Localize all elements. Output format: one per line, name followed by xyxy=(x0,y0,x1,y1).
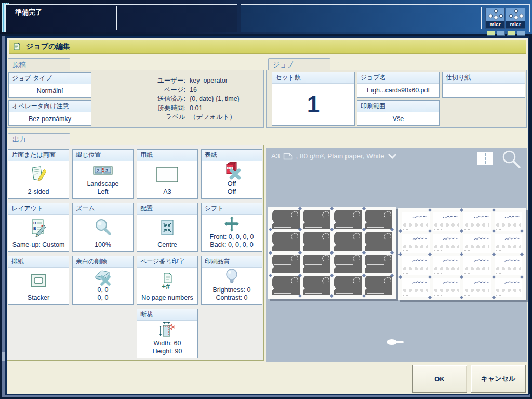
zoom-tile[interactable]: ズーム 100% xyxy=(72,203,134,252)
tab-job[interactable]: ジョブ xyxy=(268,58,330,70)
print-quality-icon xyxy=(202,268,262,286)
print-range-tile[interactable]: 印刷範囲 Vše xyxy=(357,100,440,126)
dialog-title: ジョブの編集 xyxy=(26,42,70,51)
output-location-tile[interactable]: 排紙 Stacker xyxy=(8,256,69,305)
tile-label: 断裁 xyxy=(137,309,197,321)
tile-label: 印刷範囲 xyxy=(357,101,439,112)
zoom-icon xyxy=(73,215,133,241)
preview-pane: A3 , 80 g/m², Plain paper, White xyxy=(266,148,527,362)
tile-label: オペレータ向け注意 xyxy=(9,101,91,112)
job-name-tile[interactable]: ジョブ名 Eigh...cards90x60.pdf xyxy=(357,72,440,98)
status-box-divider xyxy=(116,6,117,30)
micr-level-chips xyxy=(487,31,505,36)
top-status-bar: 準備完了 micr micr xyxy=(0,0,532,34)
cover-off-icon xyxy=(202,161,262,180)
preview-page-front xyxy=(268,207,396,299)
micr-indicator: micr xyxy=(485,8,505,28)
tile-label: ジョブ名 xyxy=(357,72,439,84)
spread-view-icon[interactable] xyxy=(477,152,493,165)
svg-text:+#: +# xyxy=(162,282,170,290)
set-count-value: 1 xyxy=(307,93,320,116)
tile-label: ズーム xyxy=(73,203,133,215)
job-info-block: ユーザー:key_operator ページ:16 送信済み:{0, date} … xyxy=(140,76,262,122)
preview-page-back xyxy=(398,208,526,300)
svg-text:B: B xyxy=(33,226,36,231)
tile-value: Bez poznámky xyxy=(9,112,91,125)
tile-label: ページ番号印字 xyxy=(137,256,197,268)
info-label: ラベル xyxy=(140,113,185,122)
queue-box-divider xyxy=(481,7,482,29)
page-numbers-tile[interactable]: ページ番号印字 +# No page numbers xyxy=(137,256,198,305)
tile-label: 配置 xyxy=(137,203,197,215)
media-paper-icon xyxy=(283,153,293,160)
duplex-tile[interactable]: 片面または両面 2-sided xyxy=(8,149,69,199)
two-sided-icon xyxy=(8,161,69,188)
info-value: {0, date} {1, time} xyxy=(190,95,240,104)
erase-margins-icon xyxy=(73,268,133,286)
edit-job-dialog: ジョブの編集 原稿 ジョブ タイプ Normální オペレータ向け注意 Bez… xyxy=(5,36,529,395)
trim-tile[interactable]: 断裁 Width: 60Height: 90 xyxy=(137,309,198,358)
tab-output[interactable]: 出力 xyxy=(8,133,70,145)
svg-text:3: 3 xyxy=(105,168,108,174)
set-count-tile[interactable]: セット数 1 xyxy=(272,72,355,126)
centre-icon xyxy=(137,215,197,241)
micr-indicator: micr xyxy=(506,8,525,28)
tile-label: 用紙 xyxy=(137,150,197,161)
media-text: A3 xyxy=(271,152,280,160)
info-label: ユーザー: xyxy=(140,76,185,86)
info-value: key_operator xyxy=(190,76,228,86)
cover-tile[interactable]: 表紙 OffOff xyxy=(201,149,262,199)
stacker-icon xyxy=(8,268,69,294)
chevron-down-icon xyxy=(388,153,397,159)
cancel-button[interactable]: キャンセル xyxy=(471,365,526,393)
micr-label: micr xyxy=(485,21,505,29)
printer-status-text: 準備完了 xyxy=(15,8,42,17)
tile-label: 仕切り紙 xyxy=(443,72,525,84)
tile-label: 表紙 xyxy=(202,150,262,161)
micr-toner-icon xyxy=(506,8,525,21)
tile-label: ジョブ タイプ xyxy=(9,73,91,84)
separator-sheet-tile[interactable]: 仕切り紙 xyxy=(442,72,525,98)
status-box: 準備完了 xyxy=(5,4,237,32)
job-type-tile[interactable]: ジョブ タイプ Normální xyxy=(8,72,91,98)
shift-tile[interactable]: シフト Front: 0, 0, 0, 0Back: 0, 0, 0, 0 xyxy=(201,203,262,252)
edit-job-icon xyxy=(13,42,22,51)
trim-icon xyxy=(137,321,197,340)
layout-tile[interactable]: レイアウト B B Same-up: Custom xyxy=(8,203,69,252)
operator-note-tile[interactable]: オペレータ向け注意 Bez poznámky xyxy=(8,100,91,126)
job-panel: セット数 1 ジョブ名 Eigh...cards90x60.pdf 印刷範囲 V… xyxy=(266,70,527,128)
tile-value: Normální xyxy=(9,84,91,97)
pan-handle-icon[interactable] xyxy=(387,339,397,345)
ok-button[interactable]: OK xyxy=(412,365,467,393)
preview-zoom-icon[interactable] xyxy=(501,149,522,170)
queue-box: micr micr xyxy=(241,4,530,32)
paper-tile[interactable]: 用紙 A3 xyxy=(137,149,198,199)
page-numbers-icon: +# xyxy=(137,268,197,294)
original-panel: ジョブ タイプ Normální オペレータ向け注意 Bez poznámky … xyxy=(7,70,264,128)
binding-position-icon: 2 3 xyxy=(73,161,133,180)
binding-position-tile[interactable]: 綴じ位置 2 3 LandscapeLeft xyxy=(72,149,134,199)
media-dropdown[interactable]: A3 , 80 g/m², Plain paper, White xyxy=(271,152,397,160)
tile-label: 排紙 xyxy=(8,256,69,268)
tile-value xyxy=(443,84,525,97)
tile-label: セット数 xyxy=(272,72,354,84)
info-label: 送信済み: xyxy=(140,95,185,104)
tab-original[interactable]: 原稿 xyxy=(8,58,70,70)
tile-value: Eigh...cards90x60.pdf xyxy=(357,84,439,97)
tile-label: 印刷品質 xyxy=(202,256,262,268)
output-panel: 片面または両面 2-sided 綴じ位置 xyxy=(7,145,264,361)
tile-label: レイアウト xyxy=(8,203,69,215)
dialog-frame-edge xyxy=(2,36,5,397)
svg-text:B: B xyxy=(33,221,36,225)
info-value: （デフォルト） xyxy=(190,113,236,122)
print-quality-tile[interactable]: 印刷品質 Brightness: 0Contrast: 0 xyxy=(201,256,262,305)
alignment-tile[interactable]: 配置 Centre xyxy=(137,203,198,252)
info-label: ページ: xyxy=(140,86,185,95)
tile-value: Vše xyxy=(357,112,439,125)
info-value: 0:01 xyxy=(190,104,202,113)
tile-label: シフト xyxy=(202,203,262,215)
layout-icon: B B xyxy=(8,215,69,241)
shift-icon xyxy=(202,215,262,233)
erase-margins-tile[interactable]: 余白の削除 0, 00, 0 xyxy=(72,256,134,305)
micr-level-chips xyxy=(507,31,525,36)
